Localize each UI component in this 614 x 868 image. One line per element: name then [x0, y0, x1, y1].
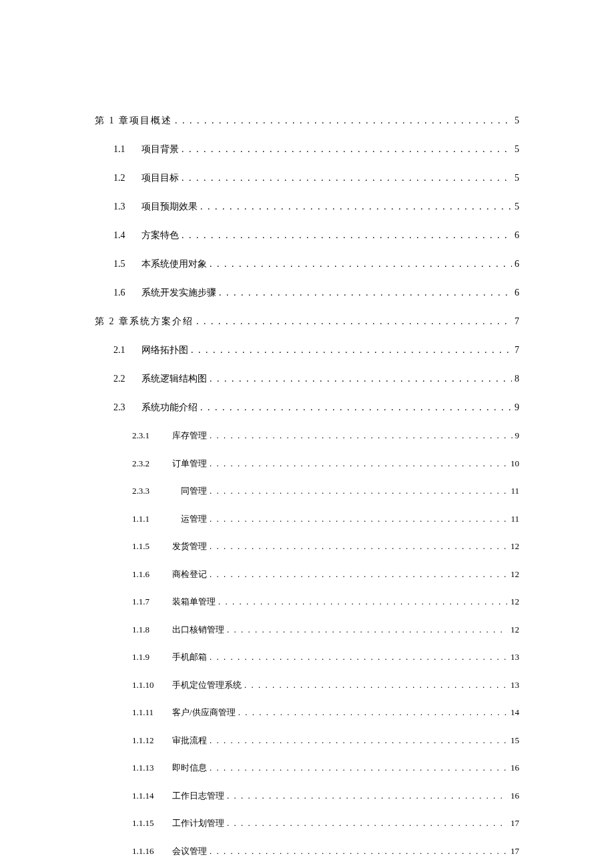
toc-page-number: 7: [512, 314, 519, 328]
toc-leader-dots: [219, 286, 512, 300]
toc-entry[interactable]: 第 2 章系统方案介绍7: [95, 314, 519, 328]
toc-entry[interactable]: 1.1.9手机邮箱13: [95, 650, 519, 664]
toc-page-number: 16: [508, 789, 519, 803]
toc-leader-dots: [218, 595, 508, 608]
toc-title: 项目预期效果: [141, 199, 198, 213]
toc-entry[interactable]: 1.2项目目标5: [95, 171, 519, 185]
toc-leader-dots: [200, 400, 512, 414]
toc-entry[interactable]: 2.1网络拓扑图7: [95, 343, 519, 357]
toc-entry[interactable]: 1.1.7装箱单管理12: [95, 595, 519, 608]
toc-entry[interactable]: 1.1.5发货管理12: [95, 540, 519, 553]
toc-title: 手机定位管理系统: [172, 679, 242, 692]
toc-entry[interactable]: 1.1.1 运管理11: [95, 512, 519, 526]
toc-entry[interactable]: 2.3系统功能介绍9: [95, 400, 519, 414]
toc-number: 1.1.15: [132, 817, 172, 830]
toc-number: 2.3.3: [132, 484, 172, 498]
toc-leader-dots: [227, 623, 508, 636]
toc-entry[interactable]: 2.2系统逻辑结构图8: [95, 372, 519, 386]
toc-page-number: 6: [512, 286, 519, 300]
toc-leader-dots: [200, 199, 512, 213]
toc-page-number: 17: [508, 845, 519, 858]
toc-page-number: 6: [512, 257, 519, 271]
toc-number: 1.4: [113, 228, 141, 242]
toc-entry[interactable]: 第 1 章项目概述5: [95, 113, 519, 127]
toc-page-number: 10: [508, 457, 519, 470]
toc-leader-dots: [210, 257, 512, 271]
toc-page-number: 12: [508, 623, 519, 636]
toc-page-number: 13: [508, 679, 519, 692]
toc-title: 即时信息: [172, 761, 207, 775]
toc-leader-dots: [210, 540, 508, 553]
toc-number: 2.2: [113, 372, 141, 386]
toc-title: 第 1 章项目概述: [95, 113, 172, 127]
toc-page-number: 11: [508, 484, 519, 498]
toc-leader-dots: [210, 372, 512, 386]
toc-leader-dots: [210, 429, 513, 442]
toc-leader-dots: [210, 484, 508, 498]
toc-number: 1.3: [113, 199, 141, 213]
toc-page-number: 12: [508, 540, 519, 553]
toc-number: 1.1.1: [132, 512, 172, 526]
toc-number: 1.1.5: [132, 540, 172, 553]
toc-entry[interactable]: 1.1.10手机定位管理系统13: [95, 679, 519, 692]
toc-leader-dots: [210, 568, 508, 581]
toc-number: 1.1: [113, 142, 141, 156]
toc-entry[interactable]: 1.1项目背景5: [95, 142, 519, 156]
toc-page-number: 6: [512, 228, 519, 242]
toc-entry[interactable]: 1.1.14工作日志管理16: [95, 789, 519, 803]
toc-leader-dots: [175, 113, 512, 127]
toc-entry[interactable]: 2.3.2订单管理10: [95, 457, 519, 470]
toc-entry[interactable]: 1.1.8出口核销管理12: [95, 623, 519, 636]
toc-number: 2.3.1: [132, 429, 172, 442]
toc-leader-dots: [210, 761, 508, 775]
toc-page-number: 11: [508, 512, 519, 526]
toc-page-number: 7: [512, 343, 519, 357]
toc-title: 本系统使用对象: [141, 257, 207, 271]
toc-page-number: 5: [512, 171, 519, 185]
toc-page-number: 12: [508, 568, 519, 581]
toc-title: 发货管理: [172, 540, 207, 553]
toc-page-number: 5: [512, 142, 519, 156]
toc-number: 2.1: [113, 343, 141, 357]
toc-title: 方案特色: [141, 228, 179, 242]
toc-entry[interactable]: 1.4方案特色6: [95, 228, 519, 242]
toc-number: 1.5: [113, 257, 141, 271]
toc-title: 系统逻辑结构图: [141, 372, 207, 386]
toc-entry[interactable]: 1.1.13即时信息16: [95, 761, 519, 775]
toc-page-number: 5: [512, 199, 519, 213]
toc-entry[interactable]: 2.3.3 同管理11: [95, 484, 519, 498]
toc-entry[interactable]: 1.6系统开发实施步骤6: [95, 286, 519, 300]
toc-leader-dots: [210, 512, 508, 526]
toc-entry[interactable]: 1.5本系统使用对象6: [95, 257, 519, 271]
toc-entry[interactable]: 1.1.12审批流程15: [95, 734, 519, 747]
toc-entry[interactable]: 1.3项目预期效果5: [95, 199, 519, 213]
toc-number: 1.1.11: [132, 706, 172, 719]
toc-title: 第 2 章系统方案介绍: [95, 314, 194, 328]
toc-leader-dots: [244, 679, 508, 692]
toc-title: 项目目标: [141, 171, 179, 185]
toc-title: 工作计划管理: [172, 817, 224, 830]
toc-number: 1.1.7: [132, 595, 172, 608]
toc-entry[interactable]: 1.1.15工作计划管理17: [95, 817, 519, 830]
toc-entry[interactable]: 2.3.1库存管理9: [95, 429, 519, 442]
toc-page-number: 5: [512, 113, 519, 127]
toc-number: 2.3.2: [132, 457, 172, 470]
toc-number: 1.1.6: [132, 568, 172, 581]
toc-title: 装箱单管理: [172, 595, 216, 608]
toc-title: 系统功能介绍: [141, 400, 198, 414]
toc-title: 项目背景: [141, 142, 179, 156]
toc-title: 审批流程: [172, 734, 207, 747]
toc-title: 网络拓扑图: [141, 343, 188, 357]
toc-entry[interactable]: 1.1.6商检登记12: [95, 568, 519, 581]
toc-title: 出口核销管理: [172, 623, 224, 636]
toc-title: 系统开发实施步骤: [141, 286, 216, 300]
toc-number: 1.1.12: [132, 734, 172, 747]
toc-page-number: 8: [512, 372, 519, 386]
toc-title: 手机邮箱: [172, 650, 207, 664]
toc-entry[interactable]: 1.1.16会议管理17: [95, 845, 519, 858]
toc-title: 会议管理: [172, 845, 207, 858]
toc-entry[interactable]: 1.1.11客户/供应商管理14: [95, 706, 519, 719]
toc-number: 1.1.9: [132, 650, 172, 664]
toc-page-number: 16: [508, 761, 519, 775]
toc-leader-dots: [210, 845, 508, 858]
